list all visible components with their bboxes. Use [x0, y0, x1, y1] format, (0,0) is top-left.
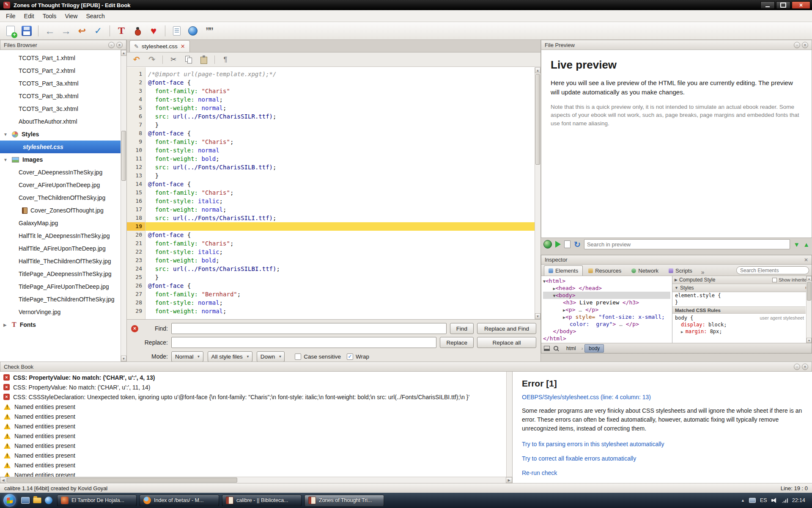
check-issue[interactable]: Named entities present — [0, 402, 512, 411]
undo-icon[interactable] — [132, 55, 141, 64]
check-issue[interactable]: Named entities present — [0, 460, 512, 470]
check-issue[interactable]: Named entities present — [0, 411, 512, 421]
close-find-icon[interactable]: × — [131, 325, 138, 332]
check-issue[interactable]: CSS: CSSStyleDeclaration: Unexpected tok… — [0, 392, 512, 402]
error-action-link[interactable]: Try to correct all fixable errors automa… — [522, 455, 803, 462]
close-button[interactable] — [792, 1, 810, 9]
close-inspector-icon[interactable]: ✕ — [804, 257, 808, 263]
quick-launch-app-icon[interactable] — [21, 497, 30, 504]
replace-all-button[interactable]: Replace all — [477, 337, 536, 348]
spell-check-button[interactable] — [91, 24, 105, 38]
world-button[interactable] — [186, 24, 200, 38]
replace-button[interactable]: Replace — [440, 337, 474, 348]
language-indicator[interactable]: ES — [760, 497, 767, 503]
close-panel-icon[interactable]: × — [116, 42, 123, 48]
file-item[interactable]: Cover_ADeepnessInTheSky.jpg — [0, 166, 126, 179]
maximize-button[interactable] — [776, 1, 790, 9]
scrollbar-thumb[interactable] — [535, 74, 540, 165]
dock-side-icon[interactable] — [544, 346, 550, 351]
error-action-link[interactable]: Try to fix parsing errors in this styles… — [522, 441, 803, 447]
styles-bar[interactable]: ▼ Styles ⚙ — [672, 284, 812, 292]
scroll-right-icon[interactable]: ▶ — [506, 477, 512, 483]
network-icon[interactable] — [782, 498, 788, 503]
menu-search[interactable]: Search — [82, 11, 109, 21]
menu-edit[interactable]: Edit — [20, 11, 38, 21]
search-icon[interactable] — [553, 345, 559, 351]
wrap-checkbox[interactable] — [347, 353, 353, 360]
back-button[interactable] — [43, 24, 57, 38]
file-item[interactable]: Cover_AFireUponTheDeep.jpg — [0, 179, 126, 191]
reload-icon[interactable]: ↻ — [574, 240, 581, 249]
check-issue[interactable]: CSS: PropertyValue: No match: ('CHAR', u… — [0, 382, 512, 392]
syntax-icon[interactable] — [221, 55, 230, 64]
find-button[interactable]: Find — [450, 323, 474, 334]
case-sensitive-checkbox[interactable] — [295, 353, 301, 360]
scrollbar-thumb[interactable] — [807, 282, 811, 301]
check-issue[interactable]: Named entities present — [0, 470, 512, 477]
files-scope-select[interactable]: All style files — [208, 351, 252, 362]
save-button[interactable] — [19, 24, 34, 38]
check-issue[interactable]: Named entities present — [0, 431, 512, 441]
check-book-button[interactable] — [130, 24, 145, 38]
minimize-button[interactable] — [760, 1, 775, 9]
volume-icon[interactable] — [771, 498, 778, 503]
check-issue[interactable]: Named entities present — [0, 441, 512, 450]
code-editor[interactable]: 1234567891011121314151617181920212223242… — [127, 67, 540, 319]
new-file-button[interactable] — [3, 24, 18, 38]
smart-quotes-button[interactable] — [202, 24, 216, 38]
issues-horizontal-scrollbar[interactable]: ◀ ▶ — [0, 477, 512, 483]
scrollbar-thumb[interactable] — [121, 131, 126, 181]
file-item[interactable]: HalfTitle_TheChildrenOfTheSky.jpg — [0, 255, 126, 268]
quick-launch-media-icon[interactable] — [45, 497, 52, 504]
file-item[interactable]: TitlePage_TheChildrenOfTheSky.jpg — [0, 293, 126, 306]
file-item[interactable]: TitlePage_ADeepnessInTheSky.jpg — [0, 268, 126, 280]
dom-node[interactable]: ▶<p style= "font-size: x-small; — [543, 313, 670, 320]
editor-scrollbar[interactable]: ▲ ▼ — [535, 67, 540, 319]
dom-node[interactable]: </html> — [543, 335, 670, 342]
forward-button[interactable] — [59, 24, 73, 38]
expand-arrow-icon[interactable]: ▼ — [3, 132, 8, 137]
file-item[interactable]: Cover_TheChildrenOfTheSky.jpg — [0, 191, 126, 204]
dom-node[interactable]: ▼<body> — [543, 292, 670, 299]
tab-stylesheet-css[interactable]: ✎ stylesheet.css ✕ — [129, 40, 190, 52]
check-issue[interactable]: CSS: PropertyValue: No match: ('CHAR', u… — [0, 373, 512, 382]
file-item[interactable]: HalfTit le_ADeepnessInTheSky.jpg — [0, 229, 126, 242]
show-hidden-icons-icon[interactable]: ▲ — [741, 498, 745, 502]
file-item[interactable]: TitlePage_AFireUponTheDeep.jpg — [0, 280, 126, 293]
file-item[interactable]: AboutTheAuthor.xhtml — [0, 115, 126, 128]
scroll-down-icon[interactable]: ▼ — [121, 356, 126, 362]
run-preview-icon[interactable] — [555, 241, 561, 248]
start-button[interactable] — [3, 494, 16, 507]
scrollbar-thumb[interactable] — [7, 478, 237, 483]
show-inherited-checkbox[interactable] — [772, 278, 777, 282]
taskbar-button[interactable]: Zones of Thought Tri... — [304, 495, 384, 506]
file-item[interactable]: TCOTS_Part_3a.xhtml — [0, 77, 126, 90]
breadcrumb-html[interactable]: html — [562, 345, 580, 352]
section-images[interactable]: ▼Images — [0, 153, 126, 166]
issues-vertical-scrollbar[interactable] — [506, 372, 512, 477]
file-item[interactable]: VernorVinge.jpg — [0, 306, 126, 318]
find-input[interactable] — [171, 323, 447, 334]
dock-panel-icon[interactable]: ◦ — [108, 42, 115, 48]
search-next-icon[interactable]: ▼ — [793, 241, 800, 248]
file-item[interactable]: HalfTitle_AFireUponTheDeep.jpg — [0, 242, 126, 255]
file-item[interactable]: TCOTS_Part_3b.xhtml — [0, 90, 126, 102]
dock-panel-icon[interactable]: ◦ — [794, 42, 800, 48]
world-icon[interactable] — [543, 240, 552, 248]
check-issue[interactable]: Named entities present — [0, 421, 512, 431]
preview-search-input[interactable] — [584, 239, 790, 249]
check-issue[interactable]: Named entities present — [0, 450, 512, 460]
scroll-up-icon[interactable]: ▲ — [807, 276, 812, 281]
taskbar-button[interactable]: calibre - || Biblioteca... — [222, 495, 302, 506]
replace-and-find-button[interactable]: Replace and Find — [477, 323, 536, 334]
dom-node[interactable]: </body> — [543, 328, 670, 335]
dom-node[interactable]: <h3> Live preview </h3> — [543, 299, 670, 306]
section-fonts[interactable]: ▶Fonts — [0, 318, 126, 331]
expand-arrow-icon[interactable]: ▼ — [3, 157, 8, 162]
menu-file[interactable]: File — [2, 11, 20, 21]
scroll-up-icon[interactable]: ▲ — [121, 50, 126, 56]
taskbar-button[interactable]: El Tambor De Hojala... — [57, 495, 137, 506]
breadcrumb-body[interactable]: body — [584, 344, 604, 353]
file-item[interactable]: TCOTS_Part_3c.xhtml — [0, 102, 126, 115]
close-tab-icon[interactable]: ✕ — [181, 43, 185, 50]
